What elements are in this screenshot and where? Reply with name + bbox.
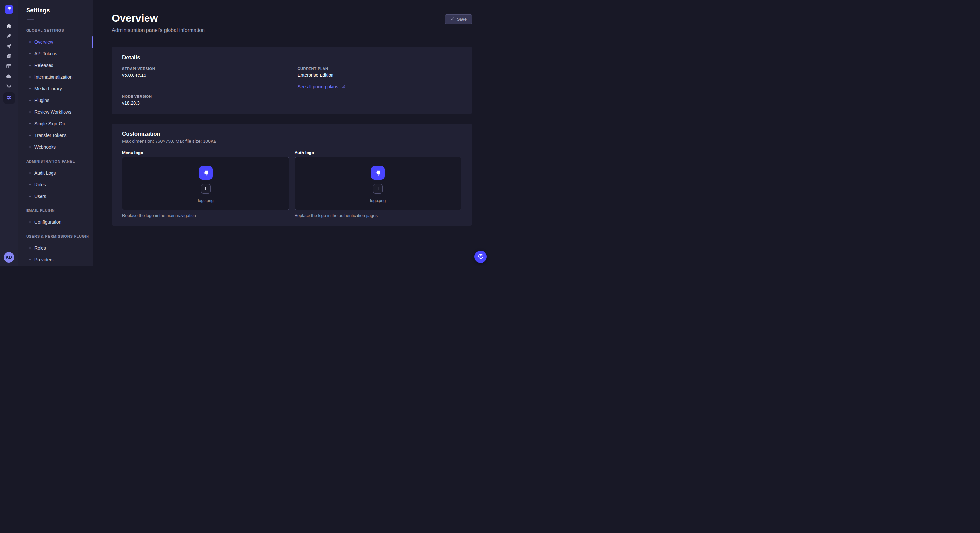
- menu-logo-label: Menu logo: [122, 150, 290, 155]
- bullet-dot: [30, 88, 31, 89]
- bullet-dot: [30, 41, 31, 43]
- paper-plane-icon: [6, 43, 12, 50]
- subnav-item-webhooks: Webhooks: [19, 141, 93, 153]
- field-label: NODE VERSION: [122, 95, 286, 98]
- bullet-dot: [30, 111, 31, 113]
- nav-marketplace-button[interactable]: [3, 82, 15, 92]
- add-logo-button[interactable]: [201, 184, 211, 194]
- rail-bottom: KD: [0, 248, 18, 266]
- strapi-version-field: STRAPI VERSION v5.0.0-rc.19: [122, 67, 286, 78]
- subnav-item-media-library: Media Library: [19, 83, 93, 95]
- subnav-group-admin-panel: Audit Logs Roles Users: [19, 167, 93, 202]
- page-title: Overview: [112, 12, 472, 24]
- details-grid: STRAPI VERSION v5.0.0-rc.19 CURRENT PLAN…: [122, 67, 461, 106]
- nav-home-button[interactable]: [3, 21, 15, 32]
- field-label: STRAPI VERSION: [122, 67, 286, 71]
- main-nav-rail: KD: [0, 0, 18, 266]
- details-card: Details STRAPI VERSION v5.0.0-rc.19 CURR…: [112, 47, 472, 114]
- plus-icon: [375, 186, 380, 192]
- add-logo-button[interactable]: [373, 184, 383, 194]
- divider: [27, 19, 34, 20]
- nav-releases-button[interactable]: [3, 41, 15, 51]
- field-label: CURRENT PLAN: [298, 67, 462, 71]
- field-value: v18.20.3: [122, 100, 286, 106]
- customization-card-subtitle: Max dimension: 750×750, Max file size: 1…: [122, 139, 461, 144]
- customization-card-title: Customization: [122, 131, 461, 137]
- bullet-dot: [30, 53, 31, 54]
- subnav-section-label-users-permissions: USERS & PERMISSIONS PLUGIN: [26, 235, 93, 238]
- subnav-section-label-email-plugin: EMAIL PLUGIN: [26, 209, 93, 213]
- subnav-item-label: Review Workflows: [34, 109, 71, 115]
- subnav-item-label: Transfer Tokens: [34, 133, 67, 138]
- nav-content-builder-button[interactable]: [3, 32, 15, 41]
- subnav-group-email-plugin: Configuration: [19, 216, 93, 228]
- subnav-item-label: Audit Logs: [34, 170, 56, 176]
- subnav-item-releases: Releases: [19, 60, 93, 71]
- bullet-dot: [30, 247, 31, 249]
- subnav-item-admin-users: Users: [19, 190, 93, 202]
- save-button-label: Save: [457, 17, 467, 22]
- subnav-item-admin-roles: Roles: [19, 179, 93, 190]
- subnav-item-internationalization: Internationalization: [19, 71, 93, 83]
- bullet-dot: [30, 222, 31, 223]
- nav-media-library-button[interactable]: [3, 51, 15, 62]
- save-button[interactable]: Save: [445, 14, 472, 24]
- logo-filename: logo.png: [370, 198, 386, 203]
- bullet-dot: [30, 146, 31, 148]
- strapi-workspace-button[interactable]: [5, 5, 13, 14]
- subnav-group-users-permissions: Roles Providers: [19, 242, 93, 265]
- details-card-title: Details: [122, 54, 461, 61]
- divider: [0, 19, 18, 19]
- subnav-item-label: Releases: [34, 63, 53, 68]
- subnav-section-label-global: GLOBAL SETTINGS: [26, 29, 93, 32]
- svg-text:?: ?: [480, 254, 482, 258]
- help-button[interactable]: ?: [474, 251, 487, 263]
- subnav-item-label: Overview: [34, 40, 53, 45]
- layout-icon: [6, 63, 12, 70]
- subnav-item-plugins: Plugins: [19, 95, 93, 106]
- bullet-dot: [30, 259, 31, 260]
- logo-uploads-grid: Menu logo logo.png Replace the logo in t…: [122, 150, 461, 218]
- user-avatar[interactable]: KD: [3, 252, 14, 263]
- subnav-item-label: Roles: [34, 246, 46, 251]
- pricing-plans-link-label: See all pricing plans: [298, 84, 338, 89]
- subnav-item-label: Roles: [34, 182, 46, 187]
- nav-deploy-button[interactable]: [3, 71, 15, 82]
- bullet-dot: [30, 172, 31, 174]
- home-icon: [6, 23, 12, 30]
- bullet-dot: [30, 195, 31, 197]
- subnav-item-overview: Overview: [19, 36, 93, 48]
- node-version-field: NODE VERSION v18.20.3: [122, 95, 286, 106]
- subnav-item-label: Plugins: [34, 98, 49, 103]
- subnav-title: Settings: [26, 7, 93, 14]
- menu-logo-dropzone[interactable]: logo.png: [122, 157, 290, 210]
- external-link-icon: [341, 84, 345, 89]
- bullet-dot: [30, 123, 31, 124]
- question-mark-icon: ?: [477, 253, 484, 261]
- subnav-item-review-workflows: Review Workflows: [19, 106, 93, 118]
- auth-logo-upload: Auth logo logo.png Replace the logo in t…: [294, 150, 462, 218]
- bullet-dot: [30, 100, 31, 101]
- subnav-item-label: Configuration: [34, 219, 61, 225]
- pricing-plans-link[interactable]: See all pricing plans: [298, 84, 345, 89]
- subnav-item-label: Providers: [34, 257, 54, 262]
- strapi-logo-icon: [5, 5, 13, 14]
- rail-icon-list: [3, 21, 15, 104]
- menu-logo-helper: Replace the logo in the main navigation: [122, 213, 290, 218]
- subnav-item-label: API Tokens: [34, 51, 57, 56]
- field-value: Enterprise Edition: [298, 73, 462, 78]
- cart-icon: [6, 83, 12, 90]
- bullet-dot: [30, 135, 31, 136]
- plus-icon: [203, 186, 208, 192]
- menu-logo-upload: Menu logo logo.png Replace the logo in t…: [122, 150, 290, 218]
- gear-icon: [6, 95, 12, 102]
- content-area: Details STRAPI VERSION v5.0.0-rc.19 CURR…: [94, 47, 490, 226]
- nav-content-manager-button[interactable]: [3, 62, 15, 71]
- subnav-item-label: Users: [34, 194, 46, 199]
- auth-logo-dropzone[interactable]: logo.png: [294, 157, 462, 210]
- nav-settings-button[interactable]: [3, 92, 15, 104]
- subnav-item-transfer-tokens: Transfer Tokens: [19, 130, 93, 141]
- auth-logo-label: Auth logo: [294, 150, 462, 155]
- page-header: Overview Administration panel’s global i…: [94, 0, 490, 33]
- subnav-item-label: Single Sign-On: [34, 121, 65, 126]
